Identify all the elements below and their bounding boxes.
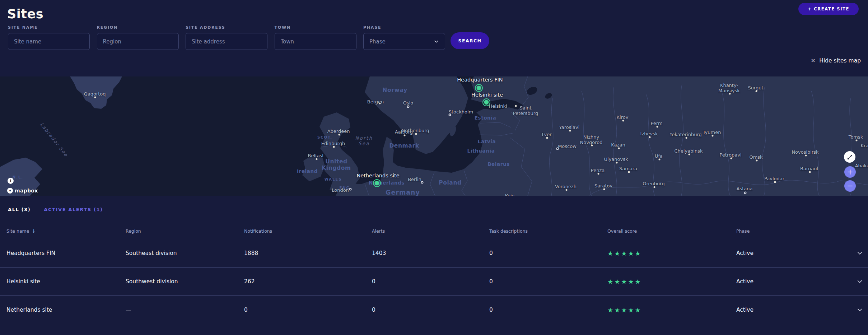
map-city-label: Belfast: [308, 153, 324, 159]
site-marker-netherlands-site[interactable]: [373, 179, 381, 187]
task-descriptions-cell: 0: [489, 307, 607, 313]
phase-label: PHASE: [363, 25, 445, 30]
fullscreen-button[interactable]: [844, 151, 855, 163]
map-city-dot: [649, 136, 651, 138]
column-header-phase[interactable]: Phase: [736, 228, 843, 234]
map-city-label: Omsk: [749, 155, 762, 160]
map-city-label: Petropavl: [719, 153, 741, 158]
map-city-dot: [94, 97, 96, 98]
column-header-label: Alerts: [372, 228, 385, 234]
map-city-label: Oslo: [403, 101, 414, 106]
map-region-label: N.L.: [13, 175, 23, 180]
site-marker-helsinki-site[interactable]: [482, 98, 490, 106]
column-header-task-descriptions[interactable]: Task descriptions: [489, 228, 607, 234]
sites-map[interactable]: NorwayDenmarkUnited KingdomIrelandNether…: [0, 76, 868, 196]
create-site-button[interactable]: + CREATE SITE: [798, 3, 859, 15]
map-city-dot: [756, 90, 757, 92]
site-address-field: SITE ADDRESS: [186, 25, 267, 50]
column-header-label: Site name: [6, 228, 29, 234]
search-button[interactable]: SEARCH: [451, 32, 489, 49]
phase-field: PHASEPhase: [363, 25, 445, 50]
column-header-overall-score[interactable]: Overall score: [607, 228, 736, 234]
task-descriptions-cell: 0: [489, 250, 607, 256]
town-label: TOWN: [275, 25, 356, 30]
map-city-label: Kirov: [617, 115, 629, 120]
zoom-in-button[interactable]: +: [844, 166, 856, 178]
map-city-dot: [556, 148, 559, 150]
site-marker-headquarters-fin[interactable]: [475, 84, 483, 92]
task-descriptions-cell: 0: [489, 278, 607, 285]
map-city-label: Yekaterinburg: [669, 132, 702, 138]
map-city-label: Kras: [861, 143, 868, 149]
table-row[interactable]: Netherlands site—000★★★★★Active: [0, 296, 868, 324]
map-city-label: Berlin: [408, 177, 421, 182]
map-city-label: Aberdeen: [327, 129, 350, 134]
map-info-icon[interactable]: i: [8, 178, 14, 184]
map-city-label: Kazan: [611, 143, 625, 148]
tab-active-alerts-1[interactable]: ACTIVE ALERTS (1): [44, 207, 103, 212]
map-city-dot: [449, 114, 451, 116]
map-city-label: Barnaul: [800, 166, 818, 172]
filters-bar: SITE NAMEREGIONSITE ADDRESSTOWNPHASEPhas…: [0, 25, 868, 54]
map-city-label: Moscow: [558, 144, 577, 149]
row-expand-chevron-icon[interactable]: [843, 307, 863, 313]
region-field: REGION: [97, 25, 179, 50]
column-header-site-name[interactable]: Site name↓: [6, 228, 126, 234]
map-city-dot: [659, 159, 661, 160]
sort-descending-icon[interactable]: ↓: [32, 228, 36, 234]
map-city-label: Abakan: [855, 163, 868, 169]
map-city-label: Khanty- Mansiysk: [718, 83, 740, 94]
row-expand-chevron-icon[interactable]: [843, 278, 863, 285]
hide-sites-map-toggle[interactable]: ✕ Hide sites map: [811, 57, 861, 64]
phase-cell: Active: [736, 250, 843, 256]
map-city-label: Nizhny Novgorod: [580, 135, 603, 145]
map-city-label: Saint Petersburg: [513, 106, 538, 116]
region-input[interactable]: [97, 33, 179, 50]
map-city-dot: [569, 130, 571, 132]
column-header-label: Notifications: [244, 228, 272, 234]
site-marker-label: Netherlands site: [356, 173, 399, 178]
sites-table: Site name↓RegionNotificationsAlertsTask …: [0, 223, 868, 324]
map-city-dot: [622, 120, 624, 122]
map-city-dot: [618, 148, 620, 149]
phase-cell: Active: [736, 307, 843, 313]
map-country-label: Lithuania: [467, 148, 495, 154]
map-city-dot: [731, 158, 732, 159]
table-row[interactable]: Helsinki siteSouthwest division26200★★★★…: [0, 267, 868, 296]
town-field: TOWN: [275, 25, 356, 50]
map-city-dot: [729, 93, 731, 95]
row-expand-chevron-icon[interactable]: [843, 250, 863, 256]
map-country-label: United Kingdom: [322, 159, 351, 172]
map-city-label: Samara: [619, 166, 637, 172]
select-placeholder: Phase: [369, 38, 386, 45]
mapbox-attribution[interactable]: ✶ mapbox: [7, 188, 38, 194]
map-city-label: Penza: [591, 168, 605, 173]
column-header-alerts[interactable]: Alerts: [372, 228, 489, 234]
map-city-dot: [686, 137, 687, 139]
map-city-label: Kyiv: [505, 194, 515, 196]
map-country-label: Norway: [382, 87, 407, 94]
zoom-out-button[interactable]: −: [844, 180, 856, 192]
site-name-cell: Helsinki site: [6, 278, 126, 285]
notifications-cell: 0: [244, 307, 372, 313]
map-country-label: Latvia: [478, 139, 496, 145]
map-country-label: Estonia: [475, 115, 496, 121]
map-city-dot: [349, 188, 352, 191]
column-header-notifications[interactable]: Notifications: [244, 228, 372, 234]
close-icon: ✕: [811, 57, 816, 64]
map-country-label: Ireland: [297, 169, 318, 175]
fullscreen-icon: [847, 154, 853, 160]
table-row[interactable]: Headquarters FINSoutheast division188814…: [0, 239, 868, 267]
tab-all-3[interactable]: ALL (3): [8, 207, 31, 212]
site-address-input[interactable]: [186, 33, 267, 50]
town-input[interactable]: [275, 33, 356, 50]
site-name-input[interactable]: [8, 33, 90, 50]
map-city-dot: [856, 140, 858, 141]
map-city-dot: [657, 126, 658, 128]
map-city-dot: [546, 137, 548, 139]
phase-select[interactable]: Phase: [363, 33, 445, 50]
column-header-region[interactable]: Region: [126, 228, 244, 234]
map-city-dot: [379, 103, 381, 104]
map-city-dot: [712, 135, 714, 137]
mapbox-star-icon: ✶: [7, 188, 13, 194]
